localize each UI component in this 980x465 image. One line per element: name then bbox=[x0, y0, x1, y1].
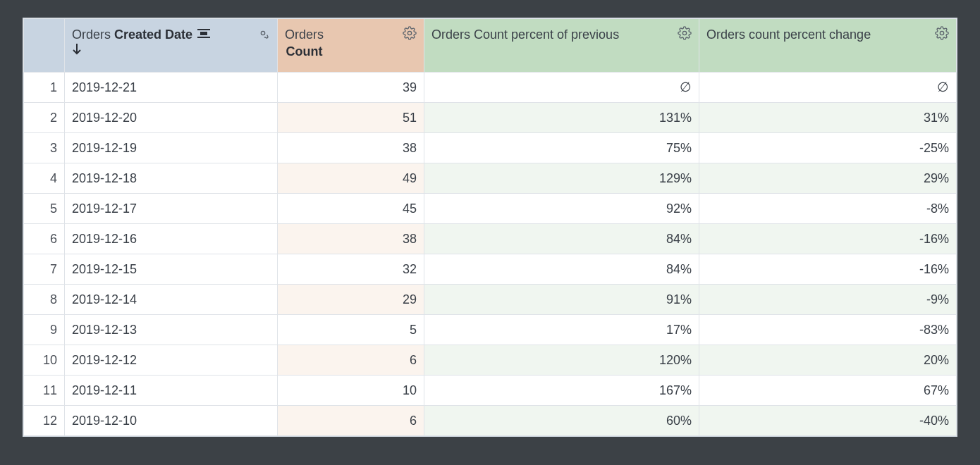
cell-created-date[interactable]: 2019-12-17 bbox=[65, 194, 278, 224]
table-row: 72019-12-153284%-16% bbox=[24, 254, 957, 285]
null-icon: ∅ bbox=[680, 80, 692, 94]
table-row: 52019-12-174592%-8% bbox=[24, 194, 957, 224]
header-label: Orders count percent change bbox=[706, 26, 871, 43]
row-number: 3 bbox=[24, 133, 65, 163]
cell-orders-count[interactable]: 39 bbox=[278, 73, 424, 103]
cell-orders-count[interactable]: 6 bbox=[278, 406, 424, 436]
table-row: 122019-12-10660%-40% bbox=[24, 406, 957, 436]
header-label-bold: Count bbox=[286, 44, 323, 58]
cell-orders-count[interactable]: 51 bbox=[278, 103, 424, 133]
svg-point-5 bbox=[408, 31, 411, 35]
row-number: 8 bbox=[24, 285, 65, 315]
gear-icon[interactable] bbox=[678, 26, 692, 40]
cell-created-date[interactable]: 2019-12-13 bbox=[65, 315, 278, 345]
cell-created-date[interactable]: 2019-12-21 bbox=[65, 73, 278, 103]
cell-created-date[interactable]: 2019-12-11 bbox=[65, 376, 278, 406]
svg-rect-1 bbox=[200, 32, 207, 35]
cell-percent-of-previous[interactable]: ∅ bbox=[424, 73, 699, 103]
row-number: 6 bbox=[24, 224, 65, 254]
row-number: 10 bbox=[24, 345, 65, 376]
cell-percent-of-previous[interactable]: 131% bbox=[424, 103, 699, 133]
row-number: 12 bbox=[24, 406, 65, 436]
cell-percent-change[interactable]: -16% bbox=[699, 224, 957, 254]
cell-created-date[interactable]: 2019-12-20 bbox=[65, 103, 278, 133]
table-row: 92019-12-13517%-83% bbox=[24, 315, 957, 345]
row-number: 1 bbox=[24, 73, 65, 103]
header-label: Orders Count percent of previous bbox=[431, 26, 619, 43]
row-number: 11 bbox=[24, 376, 65, 406]
cell-percent-of-previous[interactable]: 129% bbox=[424, 163, 699, 194]
header-created-date[interactable]: Orders Created Date bbox=[65, 19, 278, 73]
cell-orders-count[interactable]: 32 bbox=[278, 254, 424, 285]
header-percent-change[interactable]: Orders count percent change bbox=[699, 19, 957, 73]
cell-percent-of-previous[interactable]: 60% bbox=[424, 406, 699, 436]
table-header-row: Orders Created Date bbox=[24, 19, 957, 73]
gear-icon[interactable] bbox=[256, 26, 270, 40]
cell-created-date[interactable]: 2019-12-18 bbox=[65, 163, 278, 194]
table-row: 62019-12-163884%-16% bbox=[24, 224, 957, 254]
header-orders-count[interactable]: Orders Count bbox=[278, 19, 424, 73]
row-number: 7 bbox=[24, 254, 65, 285]
gear-icon[interactable] bbox=[403, 26, 417, 40]
cell-created-date[interactable]: 2019-12-19 bbox=[65, 133, 278, 163]
cell-percent-of-previous[interactable]: 75% bbox=[424, 133, 699, 163]
cell-percent-change[interactable]: ∅ bbox=[699, 73, 957, 103]
cell-created-date[interactable]: 2019-12-10 bbox=[65, 406, 278, 436]
data-table-frame: Orders Created Date bbox=[23, 18, 957, 437]
cell-percent-of-previous[interactable]: 17% bbox=[424, 315, 699, 345]
cell-orders-count[interactable]: 29 bbox=[278, 285, 424, 315]
table-row: 32019-12-193875%-25% bbox=[24, 133, 957, 163]
null-icon: ∅ bbox=[937, 80, 949, 94]
header-label-prefix: Orders bbox=[72, 27, 114, 42]
cell-percent-change[interactable]: -8% bbox=[699, 194, 957, 224]
cell-orders-count[interactable]: 10 bbox=[278, 376, 424, 406]
cell-orders-count[interactable]: 6 bbox=[278, 345, 424, 376]
row-number: 9 bbox=[24, 315, 65, 345]
cell-percent-change[interactable]: -83% bbox=[699, 315, 957, 345]
cell-orders-count[interactable]: 38 bbox=[278, 224, 424, 254]
cell-percent-change[interactable]: -16% bbox=[699, 254, 957, 285]
cell-created-date[interactable]: 2019-12-12 bbox=[65, 345, 278, 376]
row-number: 2 bbox=[24, 103, 65, 133]
cell-created-date[interactable]: 2019-12-14 bbox=[65, 285, 278, 315]
cell-percent-of-previous[interactable]: 167% bbox=[424, 376, 699, 406]
cell-percent-change[interactable]: 67% bbox=[699, 376, 957, 406]
data-table: Orders Created Date bbox=[23, 18, 957, 436]
table-row: 22019-12-2051131%31% bbox=[24, 103, 957, 133]
cell-percent-of-previous[interactable]: 84% bbox=[424, 254, 699, 285]
table-row: 112019-12-1110167%67% bbox=[24, 376, 957, 406]
cell-orders-count[interactable]: 5 bbox=[278, 315, 424, 345]
pivot-icon[interactable] bbox=[196, 27, 212, 39]
cell-orders-count[interactable]: 45 bbox=[278, 194, 424, 224]
gear-icon[interactable] bbox=[935, 26, 949, 40]
sort-descending-icon[interactable] bbox=[72, 43, 212, 56]
table-row: 102019-12-126120%20% bbox=[24, 345, 957, 376]
svg-point-4 bbox=[261, 31, 264, 35]
cell-created-date[interactable]: 2019-12-15 bbox=[65, 254, 278, 285]
svg-point-7 bbox=[940, 31, 943, 35]
header-label-prefix: Orders bbox=[285, 27, 324, 42]
cell-percent-of-previous[interactable]: 92% bbox=[424, 194, 699, 224]
table-row: 82019-12-142991%-9% bbox=[24, 285, 957, 315]
table-row: 42019-12-1849129%29% bbox=[24, 163, 957, 194]
cell-percent-of-previous[interactable]: 120% bbox=[424, 345, 699, 376]
header-rownum bbox=[24, 19, 65, 73]
cell-percent-change[interactable]: 31% bbox=[699, 103, 957, 133]
header-label-bold: Created Date bbox=[114, 27, 192, 42]
table-row: 12019-12-2139∅∅ bbox=[24, 73, 957, 103]
cell-percent-change[interactable]: 29% bbox=[699, 163, 957, 194]
cell-orders-count[interactable]: 38 bbox=[278, 133, 424, 163]
cell-percent-change[interactable]: 20% bbox=[699, 345, 957, 376]
svg-point-6 bbox=[682, 31, 686, 35]
row-number: 4 bbox=[24, 163, 65, 194]
cell-percent-change[interactable]: -40% bbox=[699, 406, 957, 436]
cell-created-date[interactable]: 2019-12-16 bbox=[65, 224, 278, 254]
cell-orders-count[interactable]: 49 bbox=[278, 163, 424, 194]
cell-percent-of-previous[interactable]: 91% bbox=[424, 285, 699, 315]
cell-percent-change[interactable]: -25% bbox=[699, 133, 957, 163]
header-percent-of-previous[interactable]: Orders Count percent of previous bbox=[424, 19, 699, 73]
row-number: 5 bbox=[24, 194, 65, 224]
cell-percent-change[interactable]: -9% bbox=[699, 285, 957, 315]
cell-percent-of-previous[interactable]: 84% bbox=[424, 224, 699, 254]
